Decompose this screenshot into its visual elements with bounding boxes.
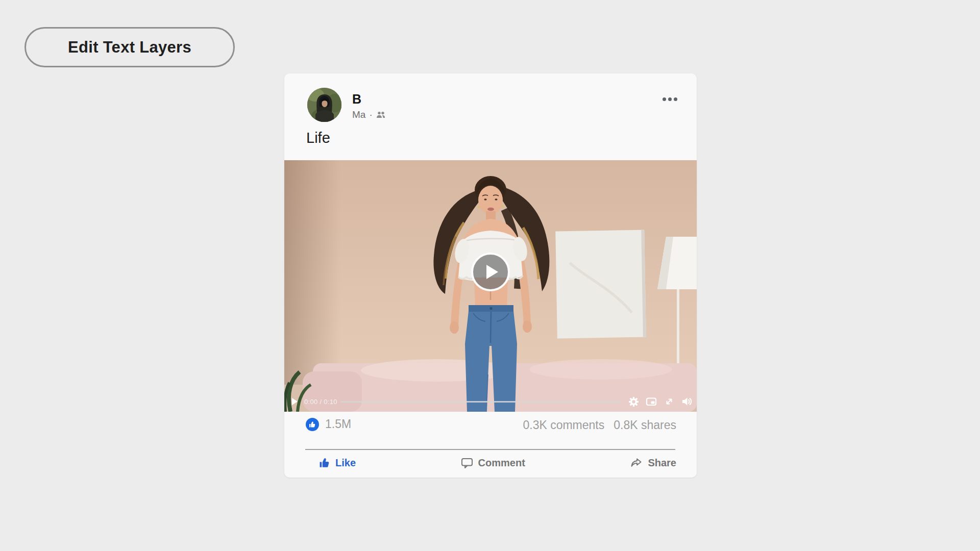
picture-in-picture-icon[interactable]	[646, 396, 657, 407]
post-card: B Ma· Life	[284, 73, 697, 478]
post-timestamp[interactable]: Ma	[352, 109, 365, 120]
dot	[668, 97, 672, 101]
comment-bubble-icon	[461, 457, 473, 469]
thumbs-up-badge-icon	[306, 418, 319, 431]
settings-gear-icon[interactable]	[628, 396, 639, 407]
share-button-label: Share	[648, 457, 676, 469]
post-caption: Life	[306, 130, 330, 146]
video-right-controls	[628, 394, 693, 409]
play-icon[interactable]	[292, 398, 298, 405]
comment-button-label: Comment	[478, 457, 525, 469]
post-meta: Ma·	[352, 109, 386, 120]
play-overlay-icon	[486, 265, 498, 279]
fullscreen-icon[interactable]	[664, 396, 675, 407]
comments-count-label[interactable]: 0.3K comments	[523, 418, 604, 432]
video-controls: 0:00 / 0:10	[284, 394, 697, 409]
dot	[663, 97, 666, 101]
post-options-menu-icon[interactable]	[662, 94, 678, 104]
engagement-stats: 1.5M 0.3K comments 0.8K shares	[284, 417, 697, 434]
play-overlay-button[interactable]	[471, 253, 510, 291]
friends-icon	[376, 111, 386, 118]
comment-button[interactable]: Comment	[458, 455, 528, 471]
thumbs-up-icon	[319, 457, 330, 468]
comments-shares-stats: 0.3K comments 0.8K shares	[523, 418, 676, 432]
share-arrow-icon	[630, 457, 643, 468]
actions-divider	[305, 449, 675, 450]
shares-count-label[interactable]: 0.8K shares	[614, 418, 676, 432]
avatar[interactable]	[307, 88, 341, 122]
like-button-label: Like	[335, 457, 356, 469]
reaction-count[interactable]: 1.5M	[306, 417, 351, 431]
edit-text-layers-button[interactable]: Edit Text Layers	[24, 27, 235, 67]
dot	[674, 97, 677, 101]
like-button[interactable]: Like	[316, 455, 359, 471]
volume-icon[interactable]	[681, 396, 693, 407]
video-time-display: 0:00 / 0:10	[304, 398, 337, 406]
author-name[interactable]: B	[352, 92, 361, 107]
meta-separator: ·	[369, 109, 372, 120]
share-button[interactable]: Share	[627, 455, 679, 471]
video-player[interactable]: 0:00 / 0:10	[284, 160, 697, 412]
page-root: { "editor": { "edit_button_label": "Edit…	[0, 0, 980, 551]
action-bar: Like Comment Share	[284, 453, 697, 472]
profile-photo-icon	[307, 88, 341, 122]
reaction-count-label: 1.5M	[325, 417, 351, 431]
video-progress-bar[interactable]	[340, 401, 621, 403]
